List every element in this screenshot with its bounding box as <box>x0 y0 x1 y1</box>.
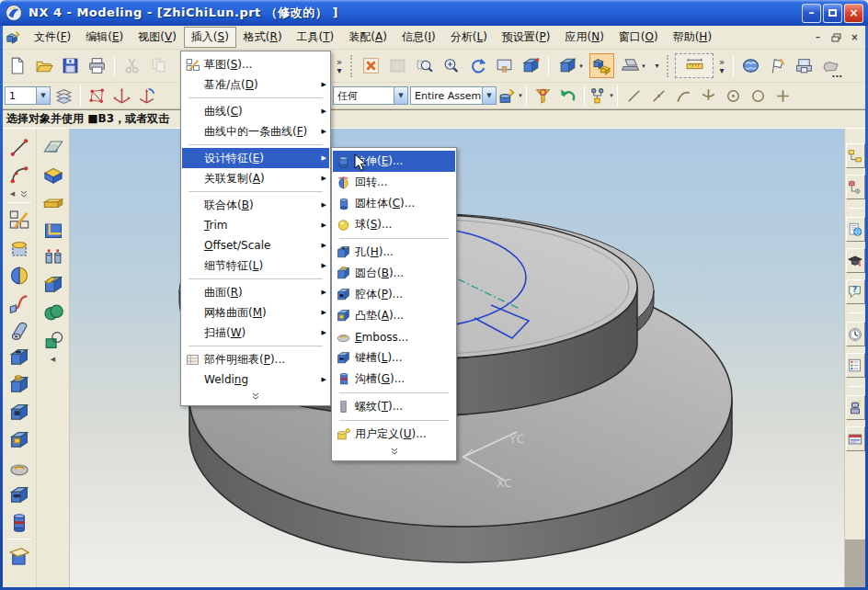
sweep-icon[interactable] <box>6 289 33 315</box>
print-icon[interactable] <box>85 53 109 78</box>
training-icon[interactable] <box>846 248 865 273</box>
selection-filter-icon[interactable] <box>531 85 554 107</box>
menu-item-groove[interactable]: 沟槽(G)... <box>333 369 455 390</box>
toolbar-collapse-icon[interactable]: ◀ <box>51 354 55 365</box>
menubar-item-application[interactable]: 应用(N) <box>557 27 611 48</box>
menu-item-emboss[interactable]: Emboss... <box>333 326 455 347</box>
menu-item-welding[interactable]: Welding▶ <box>182 369 329 390</box>
help-icon[interactable]: ? <box>846 279 865 304</box>
type-filter-combo[interactable]: 任何▼ <box>333 86 408 105</box>
part-navigator-icon[interactable] <box>846 175 865 199</box>
menu-item-extrude[interactable]: 拉伸(E)... <box>333 151 455 172</box>
undo-icon[interactable] <box>556 85 579 107</box>
chamfer-icon[interactable] <box>40 271 67 298</box>
assembly-navigator-icon[interactable] <box>846 143 865 168</box>
snap-intersection-icon[interactable] <box>697 85 720 107</box>
design-feature-submenu-expand-icon[interactable] <box>333 445 455 458</box>
hole-icon[interactable] <box>6 344 33 370</box>
menubar-item-window[interactable]: 窗口(O) <box>611 27 666 48</box>
dropdown-arrow-icon[interactable]: ▾ <box>652 62 662 70</box>
wcs-icon[interactable] <box>110 85 133 107</box>
child-restore-icon[interactable] <box>829 31 843 43</box>
toolbar-grip[interactable] <box>350 55 354 77</box>
menubar-item-file[interactable]: 文件(F) <box>27 27 78 48</box>
menubar-item-tools[interactable]: 工具(T) <box>290 27 342 48</box>
snap-tangent-icon[interactable] <box>672 85 695 107</box>
snap-endpoint-icon[interactable] <box>622 85 645 107</box>
menu-item-boss[interactable]: 圆台(B)... <box>333 263 455 284</box>
menu-item-combine[interactable]: 联合体(B)▶ <box>182 195 329 215</box>
slot-icon[interactable] <box>6 482 33 508</box>
menubar-item-information[interactable]: 信息(I) <box>394 27 443 48</box>
dropdown-arrow-icon[interactable]: ▾ <box>642 62 645 70</box>
toolbar-grip[interactable] <box>667 55 670 77</box>
trim-body-icon[interactable] <box>6 542 33 569</box>
menu-item-offset-scale[interactable]: Offset/Scale▶ <box>182 235 329 255</box>
subtract-icon[interactable] <box>40 326 67 353</box>
view-orientation-icon[interactable]: ▾ <box>554 53 588 78</box>
menu-item-sphere[interactable]: 球(S)... <box>333 214 455 235</box>
child-close-icon[interactable]: × <box>848 31 862 43</box>
toolbar-collapse-icon[interactable]: ◀ <box>10 188 29 199</box>
shaded-view-icon[interactable] <box>519 53 543 78</box>
menu-item-revolve[interactable]: 回转... <box>333 172 455 193</box>
pan-view-icon[interactable] <box>492 53 517 78</box>
menubar-item-edit[interactable]: 编辑(E) <box>78 27 131 48</box>
snap-quadrant-icon[interactable] <box>747 85 770 107</box>
zoom-in-out-icon[interactable] <box>439 53 463 78</box>
assemblies-display-icon[interactable] <box>589 53 614 78</box>
menu-item-pad[interactable]: 凸垫(A)... <box>333 305 455 326</box>
close-button-icon[interactable]: × <box>844 4 863 23</box>
save-icon[interactable] <box>58 53 83 78</box>
menu-item-mesh-surface[interactable]: 网格曲面(M)▶ <box>182 302 329 323</box>
menu-item-datum-point[interactable]: 基准/点(D)▶ <box>182 74 329 95</box>
block-icon[interactable] <box>40 161 67 187</box>
datum-plane-icon[interactable] <box>40 133 67 160</box>
toolbar-overflow-icon[interactable]: »▾ <box>715 58 728 74</box>
menu-item-pocket[interactable]: 腔体(P)... <box>333 284 455 305</box>
panel-toggle-icon[interactable] <box>846 426 865 451</box>
dropdown-arrow-icon[interactable]: ▾ <box>610 92 613 99</box>
menu-item-cylinder[interactable]: 圆柱体(C)... <box>333 193 455 214</box>
menubar-item-preferences[interactable]: 预设置(P) <box>495 27 558 48</box>
check-flag-icon[interactable] <box>765 53 790 78</box>
emboss-icon[interactable] <box>6 454 33 481</box>
menubar-item-view[interactable]: 视图(V) <box>131 27 184 48</box>
line-icon[interactable] <box>6 133 33 160</box>
scope-combo[interactable]: Entire Assemb▼ <box>410 86 497 105</box>
menu-item-sketch[interactable]: 草图(S)... <box>182 54 329 74</box>
tube-icon[interactable] <box>6 316 33 343</box>
insert-menu-expand-icon[interactable] <box>182 390 329 403</box>
combo-arrow-icon[interactable]: ▼ <box>394 87 407 104</box>
snap-center-icon[interactable] <box>722 85 745 107</box>
dropdown-arrow-icon[interactable]: ▾ <box>519 92 522 99</box>
pocket-icon[interactable] <box>6 399 33 425</box>
child-minimize-icon[interactable]: – <box>811 31 825 43</box>
history-icon[interactable] <box>846 322 865 346</box>
menu-item-detail-feature[interactable]: 细节特征(L)▶ <box>182 255 329 276</box>
snap-point-icon[interactable] <box>771 85 794 107</box>
web-browser-icon[interactable] <box>846 217 865 242</box>
menu-item-hole[interactable]: 孔(H)... <box>333 242 455 263</box>
drafting-icon[interactable]: ▾ <box>616 53 650 78</box>
combo-arrow-icon[interactable]: ▼ <box>36 87 50 104</box>
menubar-item-insert[interactable]: 插入(S) <box>184 27 236 48</box>
menu-item-associative-copy[interactable]: 关联复制(A)▶ <box>182 168 329 188</box>
shell-icon[interactable] <box>40 216 67 243</box>
layer-visibility-icon[interactable] <box>52 85 75 107</box>
menu-item-surface[interactable]: 曲面(R)▶ <box>182 282 329 302</box>
boss-icon[interactable] <box>6 371 33 398</box>
menu-item-thread[interactable]: 螺纹(T)... <box>333 396 455 417</box>
groove-icon[interactable] <box>6 509 33 536</box>
menubar-item-help[interactable]: 帮助(H) <box>666 27 719 48</box>
rotate-view-icon[interactable] <box>465 53 490 78</box>
maximize-button-icon[interactable] <box>823 4 842 23</box>
open-icon[interactable] <box>31 53 56 78</box>
assistant-icon[interactable] <box>846 395 865 420</box>
menu-item-curve-from-curve[interactable]: 曲线中的一条曲线(F)▶ <box>182 121 329 142</box>
menu-item-user-defined[interactable]: 用户定义(U)... <box>333 424 455 445</box>
layer-combo[interactable]: 1▼ <box>5 86 51 105</box>
zoom-box-icon[interactable] <box>412 53 437 78</box>
block-bar-icon[interactable] <box>40 188 67 215</box>
menu-item-parts-list[interactable]: 部件明细表(P)... <box>182 349 329 369</box>
